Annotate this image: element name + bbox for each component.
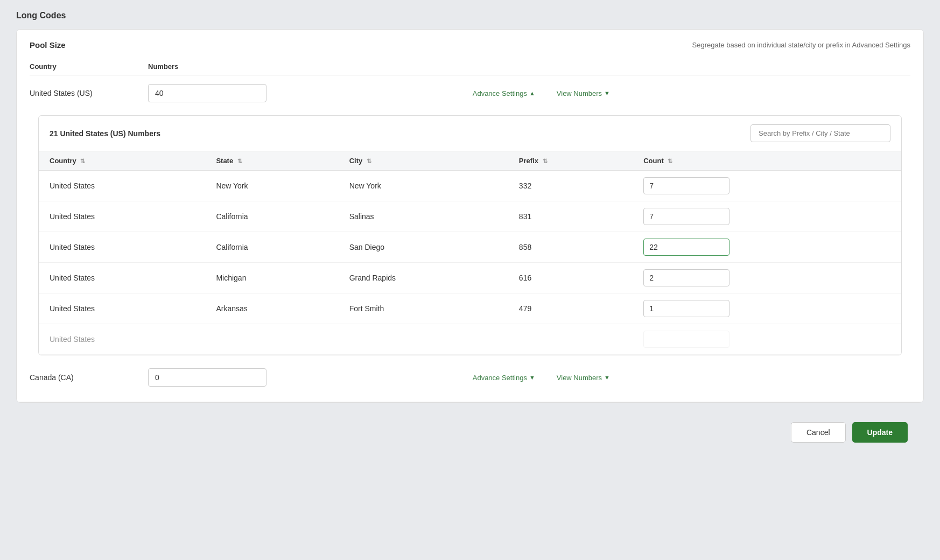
row-prefix (508, 324, 633, 355)
row-prefix: 831 (508, 201, 633, 232)
row-state: Michigan (205, 263, 338, 293)
row-count-cell (633, 263, 901, 293)
search-input[interactable] (750, 124, 890, 142)
count-input-2[interactable] (643, 239, 729, 256)
row-count-cell (633, 232, 901, 263)
row-state: California (205, 232, 338, 263)
advance-settings-chevron-up: ▲ (529, 90, 535, 96)
us-number-input[interactable] (148, 84, 266, 102)
row-city: Fort Smith (339, 293, 508, 324)
column-header-country: Country (30, 62, 148, 71)
row-state: Arkansas (205, 293, 338, 324)
row-state: New York (205, 171, 338, 201)
row-country: United States (39, 263, 205, 293)
col-header-state[interactable]: State ⇅ (205, 151, 338, 171)
footer-actions: Cancel Update (16, 411, 924, 453)
row-city: Grand Rapids (339, 263, 508, 293)
table-row: United States California San Diego 858 (39, 232, 901, 263)
ca-view-numbers-link[interactable]: View Numbers ▼ (557, 374, 610, 382)
row-prefix: 616 (508, 263, 633, 293)
table-row: United States Arkansas Fort Smith 479 (39, 293, 901, 324)
col-header-count[interactable]: Count ⇅ (633, 151, 901, 171)
pool-size-section: Pool Size Segregate based on individual … (17, 30, 923, 402)
count-input-1[interactable] (643, 208, 729, 225)
page-title: Long Codes (16, 11, 924, 20)
count-input-3[interactable] (643, 269, 729, 286)
table-row-partial: United States (39, 324, 901, 355)
sort-country-icon: ⇅ (80, 158, 85, 165)
row-count (633, 324, 901, 355)
us-numbers-card: 21 United States (US) Numbers Country ⇅ … (38, 115, 902, 355)
count-input-4[interactable] (643, 300, 729, 317)
row-prefix: 479 (508, 293, 633, 324)
row-country: United States (39, 293, 205, 324)
ca-advance-settings-link[interactable]: Advance Settings ▼ (473, 374, 535, 382)
numbers-count-label: 21 United States (US) Numbers (50, 129, 160, 138)
row-city: Salinas (339, 201, 508, 232)
row-country: United States (39, 232, 205, 263)
ca-number-input[interactable] (148, 368, 266, 387)
row-country: United States (39, 324, 205, 355)
update-button[interactable]: Update (852, 422, 908, 443)
col-header-prefix[interactable]: Prefix ⇅ (508, 151, 633, 171)
row-country: United States (39, 171, 205, 201)
row-country: United States (39, 201, 205, 232)
column-header-numbers: Numbers (148, 62, 910, 71)
row-city: San Diego (339, 232, 508, 263)
count-input-0[interactable] (643, 177, 729, 194)
row-count-cell (633, 171, 901, 201)
us-view-numbers-link[interactable]: View Numbers ▼ (557, 89, 610, 97)
row-prefix: 332 (508, 171, 633, 201)
row-count-cell (633, 201, 901, 232)
cancel-button[interactable]: Cancel (791, 422, 846, 443)
table-row: United States California Salinas 831 (39, 201, 901, 232)
row-prefix: 858 (508, 232, 633, 263)
col-header-city[interactable]: City ⇅ (339, 151, 508, 171)
table-row: United States New York New York 332 (39, 171, 901, 201)
sort-city-icon: ⇅ (367, 158, 371, 165)
us-pool-row: United States (US) Advance Settings ▲ Vi… (30, 80, 910, 107)
outer-card: Pool Size Segregate based on individual … (16, 29, 924, 403)
numbers-table: Country ⇅ State ⇅ City ⇅ Prefix (39, 151, 901, 355)
sort-count-icon: ⇅ (668, 158, 672, 165)
ca-view-numbers-chevron: ▼ (604, 374, 610, 381)
sort-state-icon: ⇅ (237, 158, 242, 165)
ca-country-name: Canada (CA) (30, 373, 148, 382)
table-row: United States Michigan Grand Rapids 616 (39, 263, 901, 293)
sort-prefix-icon: ⇅ (543, 158, 548, 165)
view-numbers-chevron-down: ▼ (604, 90, 610, 96)
us-advance-settings-link[interactable]: Advance Settings ▲ (473, 89, 535, 97)
col-header-country[interactable]: Country ⇅ (39, 151, 205, 171)
row-city: New York (339, 171, 508, 201)
row-count-cell (633, 293, 901, 324)
row-state: California (205, 201, 338, 232)
ca-pool-row: Canada (CA) Advance Settings ▼ View Numb… (30, 364, 910, 391)
segregate-text: Segregate based on individual state/city… (692, 41, 910, 49)
row-state (205, 324, 338, 355)
ca-advance-settings-chevron: ▼ (529, 374, 535, 381)
pool-size-label: Pool Size (30, 40, 66, 50)
row-city (339, 324, 508, 355)
us-country-name: United States (US) (30, 89, 148, 97)
